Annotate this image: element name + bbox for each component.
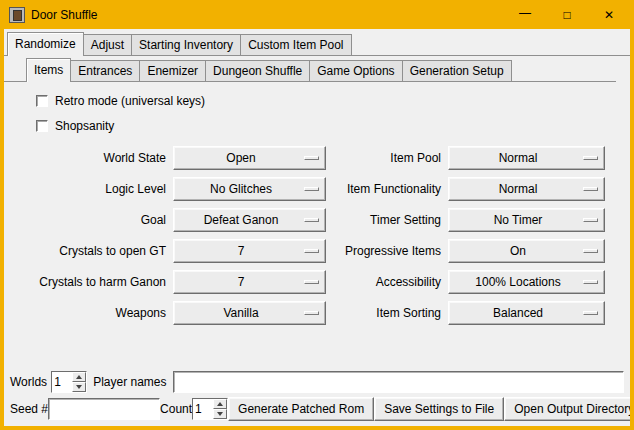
dropdown-value: Normal — [455, 182, 581, 196]
tab-generation-setup[interactable]: Generation Setup — [402, 60, 512, 81]
dropdown-value: 7 — [180, 275, 302, 289]
minimize-icon: — — [519, 6, 531, 20]
shopsanity-label: Shopsanity — [55, 119, 114, 133]
tab-dungeon-shuffle[interactable]: Dungeon Shuffle — [205, 60, 310, 81]
crystals-ganon-dropdown[interactable]: 7 — [173, 270, 326, 294]
timer-setting-label: Timer Setting — [331, 213, 443, 227]
dropdown-indicator-icon — [304, 249, 319, 253]
checkbox-icon — [36, 120, 48, 132]
shopsanity-checkbox[interactable]: Shopsanity — [36, 118, 630, 134]
open-output-directory-button[interactable]: Open Output Directory — [504, 397, 630, 421]
progressive-items-label: Progressive Items — [331, 244, 443, 258]
dropdown-value: Vanilla — [180, 306, 302, 320]
tab-game-options[interactable]: Game Options — [309, 60, 402, 81]
dropdown-indicator-icon — [304, 280, 319, 284]
dropdown-value: 7 — [180, 244, 302, 258]
checkbox-icon — [36, 95, 48, 107]
down-arrow-icon — [76, 385, 82, 389]
tab-starting-inventory[interactable]: Starting Inventory — [131, 34, 241, 55]
dropdown-indicator-icon — [304, 156, 319, 160]
dropdown-indicator-icon — [583, 218, 598, 222]
crystals-gt-label: Crystals to open GT — [12, 244, 168, 258]
count-spin-down-button[interactable] — [213, 409, 227, 419]
crystals-gt-dropdown[interactable]: 7 — [173, 239, 326, 263]
tab-enemizer[interactable]: Enemizer — [139, 60, 206, 81]
seed-row: Seed # Count Generate Patched Rom Save S… — [10, 397, 624, 421]
item-functionality-dropdown[interactable]: Normal — [448, 177, 605, 201]
weapons-dropdown[interactable]: Vanilla — [173, 301, 326, 325]
dropdown-indicator-icon — [304, 187, 319, 191]
world-state-dropdown[interactable]: Open — [173, 146, 326, 170]
dropdown-indicator-icon — [583, 311, 598, 315]
goal-label: Goal — [12, 213, 168, 227]
goal-dropdown[interactable]: Defeat Ganon — [173, 208, 326, 232]
worlds-input[interactable] — [52, 372, 72, 392]
logic-level-dropdown[interactable]: No Glitches — [173, 177, 326, 201]
item-sorting-dropdown[interactable]: Balanced — [448, 301, 605, 325]
worlds-label: Worlds — [10, 375, 47, 389]
item-sorting-label: Item Sorting — [331, 306, 443, 320]
dropdown-indicator-icon — [583, 187, 598, 191]
count-input[interactable] — [193, 399, 213, 419]
tab-randomize[interactable]: Randomize — [7, 32, 84, 56]
item-pool-dropdown[interactable]: Normal — [448, 146, 605, 170]
outer-tab-bar: Randomize Adjust Starting Inventory Cust… — [4, 32, 630, 56]
accessibility-label: Accessibility — [331, 275, 443, 289]
retro-mode-label: Retro mode (universal keys) — [55, 94, 205, 108]
crystals-ganon-label: Crystals to harm Ganon — [12, 275, 168, 289]
dropdown-value: Defeat Ganon — [180, 213, 302, 227]
generate-patched-rom-button[interactable]: Generate Patched Rom — [228, 397, 374, 421]
timer-setting-dropdown[interactable]: No Timer — [448, 208, 605, 232]
dropdown-indicator-icon — [304, 218, 319, 222]
dropdown-indicator-icon — [583, 280, 598, 284]
minimize-button[interactable]: — — [504, 0, 546, 29]
item-functionality-label: Item Functionality — [331, 182, 443, 196]
seed-input[interactable] — [48, 398, 160, 420]
world-state-label: World State — [12, 151, 168, 165]
worlds-spinner — [51, 371, 87, 393]
door-shuffle-window: Door Shuffle — □ ✕ Randomize Adjust Star… — [0, 0, 634, 430]
close-button[interactable]: ✕ — [588, 0, 630, 29]
retro-mode-checkbox[interactable]: Retro mode (universal keys) — [36, 93, 630, 109]
inner-tab-bar: Items Entrances Enemizer Dungeon Shuffle… — [4, 58, 616, 82]
up-arrow-icon — [217, 402, 223, 406]
maximize-button[interactable]: □ — [546, 0, 588, 29]
settings-grid: World State Open Item Pool Normal Logic … — [12, 146, 630, 325]
dropdown-indicator-icon — [583, 249, 598, 253]
up-arrow-icon — [76, 375, 82, 379]
tab-entrances[interactable]: Entrances — [70, 60, 140, 81]
window-body: Randomize Adjust Starting Inventory Cust… — [4, 29, 630, 426]
app-icon — [9, 7, 25, 23]
titlebar: Door Shuffle — □ ✕ — [4, 0, 630, 29]
dropdown-value: No Timer — [455, 213, 581, 227]
worlds-row: Worlds Player names — [10, 370, 624, 393]
accessibility-dropdown[interactable]: 100% Locations — [448, 270, 605, 294]
weapons-label: Weapons — [12, 306, 168, 320]
progressive-items-dropdown[interactable]: On — [448, 239, 605, 263]
worlds-spin-up-button[interactable] — [72, 372, 86, 382]
count-spin-up-button[interactable] — [213, 399, 227, 409]
dropdown-value: 100% Locations — [455, 275, 581, 289]
close-icon: ✕ — [604, 8, 614, 22]
dropdown-indicator-icon — [304, 311, 319, 315]
player-names-input[interactable] — [173, 371, 625, 393]
seed-label: Seed # — [10, 402, 48, 416]
dropdown-value: No Glitches — [180, 182, 302, 196]
item-pool-label: Item Pool — [331, 151, 443, 165]
tab-custom-item-pool[interactable]: Custom Item Pool — [240, 34, 351, 55]
player-names-label: Player names — [93, 375, 166, 389]
count-label: Count — [160, 402, 192, 416]
count-spinner — [192, 398, 228, 420]
worlds-spin-down-button[interactable] — [72, 382, 86, 392]
dropdown-indicator-icon — [583, 156, 598, 160]
dropdown-value: On — [455, 244, 581, 258]
maximize-icon: □ — [563, 8, 570, 22]
tab-items[interactable]: Items — [26, 58, 71, 82]
window-title: Door Shuffle — [31, 8, 98, 22]
down-arrow-icon — [217, 412, 223, 416]
dropdown-value: Open — [180, 151, 302, 165]
dropdown-value: Balanced — [455, 306, 581, 320]
dropdown-value: Normal — [455, 151, 581, 165]
tab-adjust[interactable]: Adjust — [83, 34, 132, 55]
save-settings-button[interactable]: Save Settings to File — [374, 397, 504, 421]
